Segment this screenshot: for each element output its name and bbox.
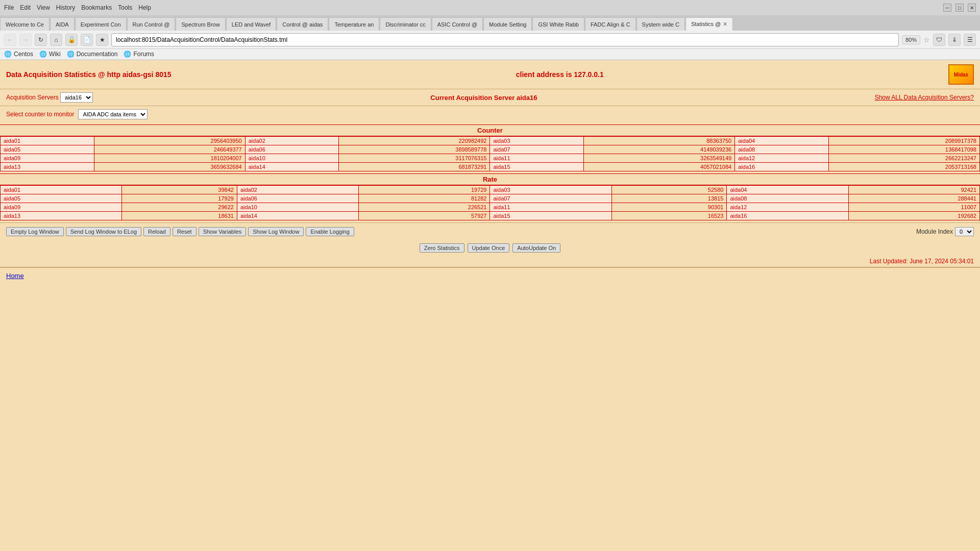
tab-discriminator[interactable]: Discriminator cc	[380, 17, 431, 31]
tab-runcontrol[interactable]: Run Control @	[127, 17, 176, 31]
download-icon: ⇓	[948, 34, 961, 46]
tab-led[interactable]: LED and Wavef	[226, 17, 277, 31]
aida-value: 1810204007	[94, 154, 245, 163]
shield-icon: 🛡	[933, 34, 945, 46]
center-buttons: Zero Statistics Update Once AutoUpdate O…	[0, 240, 980, 256]
reset-button[interactable]: Reset	[173, 227, 197, 236]
reader-icon: 📄	[81, 34, 93, 46]
tabs-bar: Welcome to Ce AIDA Experiment Con Run Co…	[0, 15, 980, 31]
back-button[interactable]: ←	[4, 34, 16, 46]
server-section: Acquisition Servers aida16 Current Acqui…	[0, 89, 980, 106]
menu-bookmarks[interactable]: Bookmarks	[81, 4, 112, 11]
tab-statistics[interactable]: Statistics @ ✕	[685, 17, 733, 31]
aida-value: 92421	[848, 186, 979, 194]
enable-logging-button[interactable]: Enable Logging	[306, 227, 354, 236]
rate-section-header: Rate	[0, 173, 980, 185]
show-log-button[interactable]: Show Log Window	[248, 227, 304, 236]
reload-page-button[interactable]: Reload	[143, 227, 170, 236]
tab-gsi[interactable]: GSI White Rabb	[532, 17, 584, 31]
home-nav-button[interactable]: ⌂	[50, 34, 62, 46]
aida-label: aida14	[237, 212, 358, 220]
module-index-dropdown[interactable]: 0	[955, 227, 974, 236]
tab-welcome[interactable]: Welcome to Ce	[0, 17, 50, 31]
window-controls[interactable]: ─ □ ✕	[943, 4, 976, 12]
counter-table: aida01 2956403950 aida02 220982492 aida0…	[0, 136, 980, 171]
aida-value: 16523	[611, 212, 727, 220]
aida-value: 246649377	[94, 145, 245, 154]
table-row: aida09 29622 aida10 226521 aida11 90301 …	[1, 203, 980, 212]
aida-value: 192682	[848, 212, 979, 220]
show-variables-button[interactable]: Show Variables	[199, 227, 247, 236]
counter-dropdown[interactable]: AIDA ADC data items	[78, 109, 148, 119]
aida-label: aida13	[1, 163, 94, 171]
send-log-button[interactable]: Send Log Window to ELog	[66, 227, 141, 236]
aida-label: aida10	[237, 203, 358, 212]
aida-value: 18631	[122, 212, 237, 220]
aida-value: 2053713168	[828, 163, 979, 171]
aida-value: 2956403950	[94, 137, 245, 145]
minimize-button[interactable]: ─	[943, 4, 951, 12]
maximize-button[interactable]: □	[955, 4, 964, 12]
documentation-icon: 🌐	[67, 51, 75, 58]
aida-label: aida03	[490, 186, 611, 194]
tab-control[interactable]: Control @ aidas	[277, 17, 328, 31]
aida-value: 1368417098	[828, 145, 979, 154]
tab-close-icon[interactable]: ✕	[723, 21, 727, 28]
current-server-text: Current Acquisition Server aida16	[430, 94, 537, 102]
acquisition-servers-label: Acquisition Servers aida16	[6, 92, 93, 103]
aida-label: aida16	[735, 163, 829, 171]
aida-value: 2662213247	[828, 154, 979, 163]
bookmark-forums[interactable]: 🌐 Forums	[124, 51, 154, 58]
aida-label: aida15	[490, 163, 584, 171]
action-buttons: Empty Log Window Send Log Window to ELog…	[6, 227, 354, 236]
menu-bar[interactable]: File Edit View History Bookmarks Tools H…	[4, 4, 151, 11]
aida-value: 2089917378	[828, 137, 979, 145]
server-dropdown[interactable]: aida16	[60, 92, 93, 103]
bookmark-centos[interactable]: 🌐 Centos	[4, 51, 33, 58]
tab-spectrum[interactable]: Spectrum Brow	[176, 17, 225, 31]
tab-aida[interactable]: AIDA	[50, 17, 75, 31]
update-once-button[interactable]: Update Once	[468, 243, 510, 253]
aida-label: aida08	[727, 194, 848, 203]
aida-label: aida05	[1, 145, 94, 154]
aida-value: 17929	[122, 194, 237, 203]
empty-log-button[interactable]: Empty Log Window	[6, 227, 64, 236]
bookmark-wiki[interactable]: 🌐 Wiki	[39, 51, 61, 58]
tab-system[interactable]: System wide C	[636, 17, 685, 31]
menu-file[interactable]: File	[4, 4, 14, 11]
menu-help[interactable]: Help	[138, 4, 151, 11]
menu-history[interactable]: History	[56, 4, 75, 11]
auto-update-button[interactable]: AutoUpdate On	[512, 243, 560, 253]
bookmark-page-icon: ★	[96, 34, 108, 46]
tab-experiment[interactable]: Experiment Con	[75, 17, 127, 31]
aida-value: 226521	[359, 203, 490, 212]
tab-module[interactable]: Module Setting	[483, 17, 532, 31]
rate-section: Rate aida01 39842 aida02 19729 aida03 52…	[0, 173, 980, 220]
reload-button[interactable]: ↻	[35, 34, 47, 46]
close-button[interactable]: ✕	[968, 4, 976, 12]
bookmark-documentation[interactable]: 🌐 Documentation	[67, 51, 118, 58]
buttons-section: Empty Log Window Send Log Window to ELog…	[0, 223, 980, 240]
menu-tools[interactable]: Tools	[118, 4, 132, 11]
home-link[interactable]: Home	[6, 272, 24, 280]
aida-label: aida12	[727, 203, 848, 212]
favorite-icon[interactable]: ☆	[923, 36, 930, 44]
menu-view[interactable]: View	[37, 4, 50, 11]
menu-icon[interactable]: ☰	[964, 34, 976, 46]
aida-value: 11007	[848, 203, 979, 212]
forward-button[interactable]: →	[19, 34, 32, 46]
tab-asic[interactable]: ASIC Control @	[432, 17, 483, 31]
tab-fadc[interactable]: FADC Align & C	[585, 17, 636, 31]
tab-temperature[interactable]: Temperature an	[329, 17, 379, 31]
address-input[interactable]	[111, 33, 899, 46]
aida-value: 220982492	[339, 137, 490, 145]
show-all-servers-link[interactable]: Show ALL Data Acquisition Servers?	[875, 94, 974, 101]
aida-label: aida06	[237, 194, 358, 203]
menu-edit[interactable]: Edit	[20, 4, 31, 11]
zero-statistics-button[interactable]: Zero Statistics	[420, 243, 464, 253]
aida-value: 90301	[611, 203, 727, 212]
table-row: aida01 39842 aida02 19729 aida03 52580 a…	[1, 186, 980, 194]
counter-select-row: Select counter to monitor AIDA ADC data …	[0, 106, 980, 122]
aida-label: aida11	[490, 154, 584, 163]
aida-value: 13815	[611, 194, 727, 203]
